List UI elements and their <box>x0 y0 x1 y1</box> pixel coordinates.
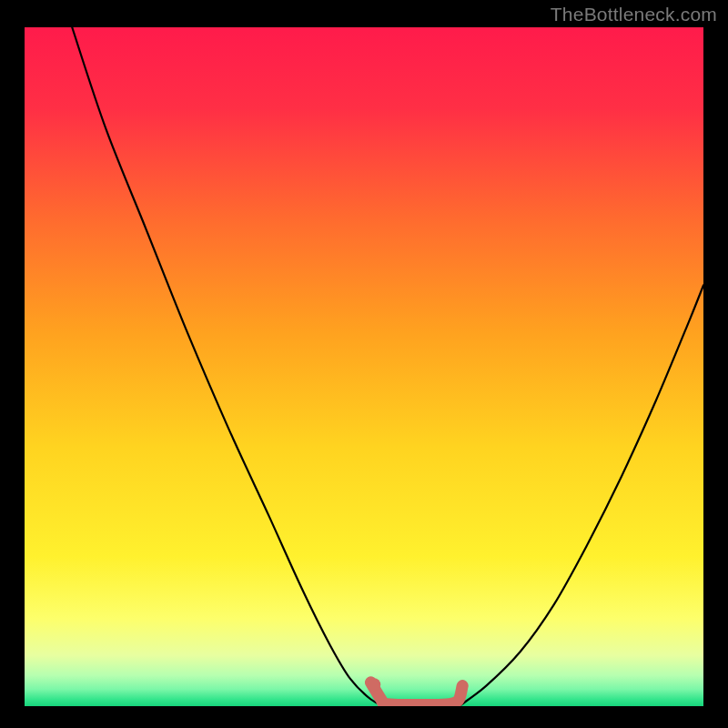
plot-area <box>25 27 703 706</box>
outer-frame: TheBottleneck.com <box>0 0 728 728</box>
attribution-label: TheBottleneck.com <box>551 4 717 25</box>
bottom-band-marker <box>370 682 462 705</box>
left-curve <box>72 27 384 706</box>
curve-layer <box>25 27 703 706</box>
right-curve <box>459 286 703 707</box>
bottom-dot-marker <box>368 678 380 691</box>
